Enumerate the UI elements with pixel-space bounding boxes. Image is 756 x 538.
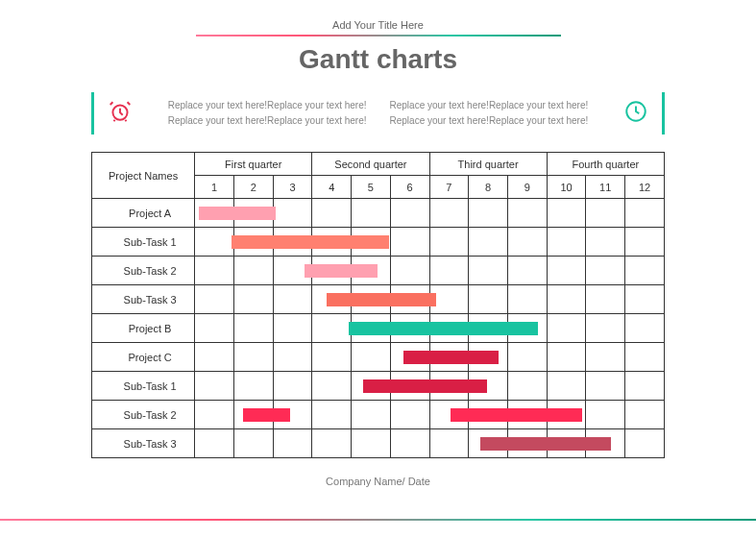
gantt-cell — [312, 372, 352, 401]
gantt-cell — [586, 314, 625, 343]
gantt-cell — [195, 285, 234, 314]
gantt-cell — [273, 343, 312, 372]
gantt-cell — [469, 285, 508, 314]
desc-line: Replace your text here!Replace your text… — [168, 113, 367, 129]
gantt-cell — [273, 372, 312, 401]
gantt-cell — [273, 228, 312, 257]
gantt-cell — [195, 228, 234, 257]
gantt-cell — [429, 429, 469, 458]
header-month-12: 12 — [625, 176, 665, 199]
gantt-cell — [390, 401, 429, 429]
gantt-cell — [390, 257, 429, 285]
gantt-cell — [352, 343, 391, 372]
gantt-cell — [507, 199, 547, 228]
gantt-cell — [312, 257, 352, 285]
gantt-cell — [233, 228, 273, 257]
gantt-cell — [195, 314, 234, 343]
gantt-cell — [586, 285, 625, 314]
gantt-cell — [195, 401, 234, 429]
gantt-cell — [625, 257, 665, 285]
gantt-cell — [586, 401, 625, 429]
header-q1: First quarter — [195, 153, 312, 176]
main-title: Gantt charts — [91, 44, 665, 75]
alarm-clock-icon — [108, 99, 133, 128]
header-month-5: 5 — [352, 176, 391, 199]
gantt-table: Project Names First quarter Second quart… — [91, 152, 665, 458]
desc-line: Replace your text here!Replace your text… — [390, 98, 589, 113]
gantt-cell — [429, 401, 469, 429]
gantt-cell — [312, 199, 352, 228]
gantt-cell — [390, 199, 429, 228]
desc-line: Replace your text here!Replace your text… — [168, 98, 367, 113]
gantt-cell — [273, 285, 312, 314]
gantt-cell — [390, 343, 429, 372]
header-month-10: 10 — [547, 176, 586, 199]
footer-divider — [0, 519, 756, 521]
row-label: Sub-Task 2 — [92, 401, 195, 429]
gantt-cell — [390, 372, 429, 401]
gantt-cell — [625, 429, 665, 458]
gantt-cell — [233, 199, 273, 228]
header-month-8: 8 — [469, 176, 508, 199]
gantt-cell — [429, 372, 469, 401]
gantt-cell — [429, 228, 469, 257]
desc-col-left: Replace your text here!Replace your text… — [168, 98, 367, 129]
title-small: Add Your Title Here — [91, 19, 665, 31]
gantt-cell — [469, 401, 508, 429]
row-label: Sub-Task 2 — [92, 257, 195, 285]
footer-text: Company Name/ Date — [91, 476, 665, 487]
gantt-cell — [507, 314, 547, 343]
gantt-cell — [352, 257, 391, 285]
gantt-cell — [586, 228, 625, 257]
row-label: Project C — [92, 343, 195, 372]
gantt-cell — [429, 199, 469, 228]
gantt-cell — [312, 285, 352, 314]
header-project-names: Project Names — [92, 153, 195, 199]
gantt-cell — [273, 199, 312, 228]
gantt-cell — [312, 314, 352, 343]
header-q3: Third quarter — [429, 153, 547, 176]
desc-col-right: Replace your text here!Replace your text… — [390, 98, 589, 129]
gantt-cell — [586, 199, 625, 228]
gantt-cell — [586, 429, 625, 458]
gantt-cell — [273, 314, 312, 343]
gantt-cell — [625, 343, 665, 372]
gantt-cell — [195, 343, 234, 372]
gantt-cell — [547, 314, 586, 343]
gantt-cell — [233, 343, 273, 372]
gantt-cell — [469, 314, 508, 343]
gantt-cell — [390, 429, 429, 458]
gantt-cell — [273, 429, 312, 458]
gantt-cell — [352, 372, 391, 401]
gantt-cell — [233, 372, 273, 401]
gantt-cell — [469, 228, 508, 257]
gantt-cell — [195, 429, 234, 458]
gantt-cell — [352, 314, 391, 343]
gantt-cell — [390, 285, 429, 314]
gantt-cell — [429, 285, 469, 314]
gantt-cell — [625, 372, 665, 401]
gantt-cell — [625, 314, 665, 343]
gantt-cell — [547, 429, 586, 458]
title-divider — [196, 35, 561, 37]
clock-icon — [623, 99, 648, 128]
gantt-cell — [195, 257, 234, 285]
gantt-cell — [390, 314, 429, 343]
gantt-cell — [507, 228, 547, 257]
header-month-11: 11 — [586, 176, 625, 199]
header-month-7: 7 — [429, 176, 469, 199]
header-month-4: 4 — [312, 176, 352, 199]
gantt-cell — [312, 401, 352, 429]
gantt-cell — [469, 429, 508, 458]
row-label: Sub-Task 1 — [92, 228, 195, 257]
description-box: Replace your text here!Replace your text… — [91, 92, 665, 134]
gantt-cell — [352, 228, 391, 257]
header-month-9: 9 — [507, 176, 547, 199]
gantt-cell — [352, 199, 391, 228]
gantt-cell — [507, 343, 547, 372]
gantt-cell — [273, 257, 312, 285]
gantt-cell — [625, 199, 665, 228]
gantt-cell — [273, 401, 312, 429]
gantt-cell — [233, 429, 273, 458]
gantt-cell — [586, 343, 625, 372]
